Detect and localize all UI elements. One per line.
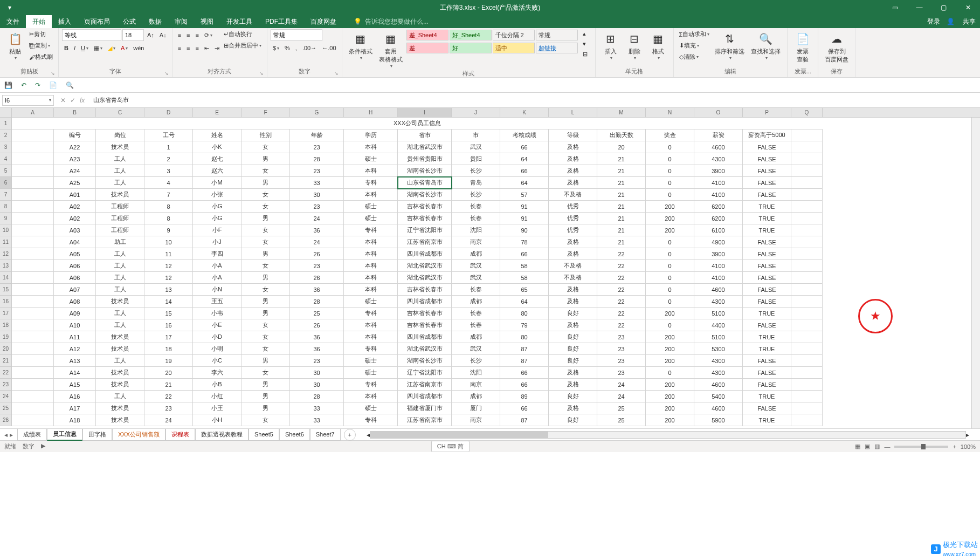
save-baidu-button[interactable]: ☁保存到 百度网盘 xyxy=(822,29,852,65)
data-cell[interactable]: TRUE xyxy=(743,224,791,236)
data-cell[interactable]: A25 xyxy=(54,177,96,189)
login-button[interactable]: 登录 xyxy=(927,17,940,26)
data-cell[interactable]: 28 xyxy=(290,153,344,165)
minimize-button[interactable]: ― xyxy=(907,0,931,15)
data-cell[interactable]: TRUE xyxy=(743,213,791,224)
sheet-tab-Sheet7[interactable]: Sheet7 xyxy=(310,429,341,441)
data-cell[interactable]: 91 xyxy=(500,201,549,213)
col-header-Q[interactable]: Q xyxy=(791,108,823,117)
ime-indicator[interactable]: CH ⌨ 简 xyxy=(431,441,470,452)
data-cell[interactable]: 四川省成都市 xyxy=(398,248,452,260)
data-cell[interactable]: 硕士 xyxy=(344,201,398,213)
data-cell[interactable] xyxy=(791,153,823,165)
data-cell[interactable]: 小M xyxy=(193,177,241,189)
data-cell[interactable]: A23 xyxy=(54,153,96,165)
data-cell[interactable]: A09 xyxy=(54,308,96,319)
sheet-nav-last[interactable]: ▸ xyxy=(10,431,13,439)
find-select-button[interactable]: 🔍查找和选择▾ xyxy=(748,29,784,62)
data-cell[interactable]: 1 xyxy=(144,141,193,153)
data-cell[interactable] xyxy=(791,379,823,391)
data-cell[interactable]: 良好 xyxy=(549,355,597,367)
save-icon[interactable]: 💾 xyxy=(4,81,12,89)
macro-record-icon[interactable]: ▶ xyxy=(41,442,45,450)
data-cell[interactable]: 12 xyxy=(144,260,193,272)
row-header[interactable]: 5 xyxy=(0,165,12,177)
data-cell[interactable]: 本科 xyxy=(344,391,398,402)
data-cell[interactable]: 26 xyxy=(290,248,344,260)
data-cell[interactable]: 技术员 xyxy=(96,402,144,414)
data-cell[interactable]: 87 xyxy=(500,355,549,367)
data-cell[interactable]: 长春 xyxy=(452,319,500,331)
view-page-icon[interactable]: ▣ xyxy=(865,443,870,450)
data-cell[interactable]: 0 xyxy=(646,248,694,260)
data-cell[interactable] xyxy=(12,224,54,236)
align-launcher[interactable]: ↘ xyxy=(259,71,264,76)
data-cell[interactable]: 66 xyxy=(500,165,549,177)
data-cell[interactable]: FALSE xyxy=(743,272,791,284)
data-cell[interactable]: 小G xyxy=(193,201,241,213)
data-cell[interactable]: 66 xyxy=(500,141,549,153)
data-cell[interactable]: 4100 xyxy=(694,177,743,189)
data-cell[interactable] xyxy=(791,213,823,224)
data-cell[interactable]: 良好 xyxy=(549,308,597,319)
data-cell[interactable]: 长沙 xyxy=(452,189,500,201)
data-cell[interactable]: 本科 xyxy=(344,236,398,248)
sheet-tab-数据透视表教程[interactable]: 数据透视表教程 xyxy=(195,429,249,441)
data-cell[interactable]: 14 xyxy=(144,296,193,308)
data-cell[interactable]: 技术员 xyxy=(96,331,144,343)
data-cell[interactable]: 66 xyxy=(500,248,549,260)
data-cell[interactable]: TRUE xyxy=(743,201,791,213)
align-middle-button[interactable]: ≡ xyxy=(184,31,192,39)
data-cell[interactable]: 女 xyxy=(241,319,290,331)
data-cell[interactable]: 男 xyxy=(241,272,290,284)
data-cell[interactable]: 武汉 xyxy=(452,141,500,153)
conditional-format-button[interactable]: ▦条件格式▾ xyxy=(346,29,376,62)
data-cell[interactable]: 女 xyxy=(241,367,290,379)
tab-PDF工具集[interactable]: PDF工具集 xyxy=(259,15,304,28)
font-name-select[interactable] xyxy=(62,29,121,41)
data-cell[interactable]: A01 xyxy=(54,189,96,201)
data-cell[interactable]: 小E xyxy=(193,319,241,331)
data-cell[interactable]: 22 xyxy=(144,391,193,402)
data-cell[interactable]: 湖北省武汉市 xyxy=(398,260,452,272)
col-header-P[interactable]: P xyxy=(743,108,791,117)
data-cell[interactable]: 及格 xyxy=(549,248,597,260)
data-cell[interactable]: 吉林省长春市 xyxy=(398,319,452,331)
data-cell[interactable]: 36 xyxy=(290,284,344,296)
align-right-button[interactable]: ≡ xyxy=(194,44,201,52)
data-cell[interactable]: 本科 xyxy=(344,284,398,296)
data-cell[interactable]: 沈阳 xyxy=(452,367,500,379)
sort-filter-button[interactable]: ⇅排序和筛选▾ xyxy=(712,29,748,62)
data-cell[interactable]: 6200 xyxy=(694,213,743,224)
data-cell[interactable] xyxy=(791,331,823,343)
border-button[interactable]: ▦▾ xyxy=(92,44,105,53)
tab-开发工具[interactable]: 开发工具 xyxy=(220,15,259,28)
data-cell[interactable]: 23 xyxy=(597,355,646,367)
data-cell[interactable]: 四川省成都市 xyxy=(398,391,452,402)
data-cell[interactable] xyxy=(791,272,823,284)
data-cell[interactable]: 6100 xyxy=(694,224,743,236)
data-cell[interactable]: 不及格 xyxy=(549,272,597,284)
data-cell[interactable] xyxy=(791,165,823,177)
data-cell[interactable]: 男 xyxy=(241,379,290,391)
formula-input[interactable]: 山东省青岛市 xyxy=(89,96,980,104)
align-top-button[interactable]: ≡ xyxy=(176,31,183,39)
data-cell[interactable]: 赵七 xyxy=(193,153,241,165)
data-cell[interactable]: 小N xyxy=(193,284,241,296)
data-cell[interactable]: 工程师 xyxy=(96,213,144,224)
data-cell[interactable]: FALSE xyxy=(743,248,791,260)
data-cell[interactable]: 10 xyxy=(144,236,193,248)
data-cell[interactable]: 长春 xyxy=(452,201,500,213)
header-cell[interactable]: 性别 xyxy=(241,129,290,141)
data-cell[interactable]: 男 xyxy=(241,213,290,224)
row-header[interactable]: 14 xyxy=(0,272,12,284)
underline-button[interactable]: U▾ xyxy=(79,44,91,52)
data-cell[interactable]: FALSE xyxy=(743,319,791,331)
data-cell[interactable]: 26 xyxy=(290,319,344,331)
print-preview-icon[interactable]: 🔍 xyxy=(66,81,74,89)
data-cell[interactable]: A18 xyxy=(54,414,96,426)
data-cell[interactable] xyxy=(791,189,823,201)
data-cell[interactable]: 硕士 xyxy=(344,213,398,224)
data-cell[interactable]: FALSE xyxy=(743,153,791,165)
data-cell[interactable]: 4300 xyxy=(694,355,743,367)
